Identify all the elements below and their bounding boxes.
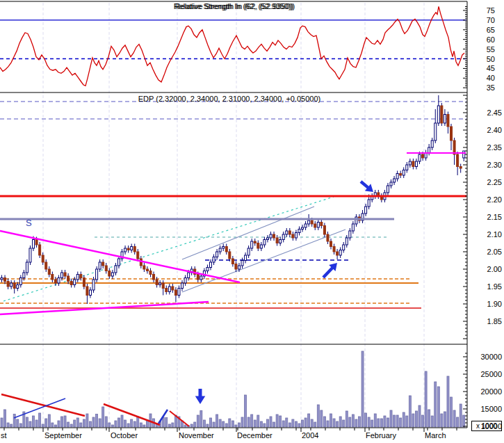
candle <box>333 247 335 252</box>
volume-axis-label: 10000 <box>470 422 502 430</box>
volume-bar <box>96 414 98 428</box>
volume-bar <box>89 421 91 427</box>
volume-bar <box>54 425 56 427</box>
chart-canvas[interactable] <box>0 0 504 443</box>
candle <box>441 106 443 123</box>
volume-bar <box>140 423 142 427</box>
candle <box>54 280 56 283</box>
month-label: February <box>366 431 396 440</box>
volume-bar <box>400 418 402 427</box>
volume-bar <box>190 424 193 427</box>
candle <box>4 278 6 282</box>
candle <box>96 269 98 280</box>
price-axis-label: 2.15 <box>470 213 502 221</box>
volume-bar <box>247 417 250 427</box>
volume-bar <box>355 419 357 427</box>
volume-bar <box>115 421 117 427</box>
volume-bar <box>83 419 85 427</box>
volume-bar <box>444 412 446 427</box>
volume-bar <box>213 422 215 427</box>
s-annotation-label[interactable]: S <box>26 218 32 228</box>
volume-axis-label: 30000 <box>470 353 502 361</box>
volume-bar <box>216 414 218 427</box>
volume-bar <box>58 421 60 427</box>
candle <box>216 252 218 257</box>
volume-bar <box>327 421 329 427</box>
candle <box>222 247 225 249</box>
rsi-line <box>0 6 464 86</box>
down-right-arrow[interactable] <box>360 180 373 192</box>
candle <box>48 269 50 275</box>
candle <box>400 174 402 176</box>
candle <box>168 287 170 292</box>
volume-bar <box>425 371 427 427</box>
candle <box>346 238 348 245</box>
volume-bar <box>238 423 240 427</box>
rsi-axis-label: 70 <box>470 16 495 24</box>
volume-bar <box>403 412 405 427</box>
volume-bar <box>10 424 13 427</box>
candle <box>219 248 221 252</box>
candle <box>365 207 367 214</box>
candle <box>115 266 117 273</box>
candle <box>39 245 41 255</box>
volume-bar <box>390 410 392 427</box>
volume-bar <box>295 421 297 427</box>
volume-bar <box>184 425 186 427</box>
volume-bar <box>19 424 22 427</box>
candle <box>352 224 354 231</box>
candle <box>422 154 424 158</box>
volume-bar <box>314 422 316 427</box>
rsi-title-text-overlap: Relative Strength In (62, (52.9350)) <box>175 2 295 10</box>
candle <box>349 231 351 238</box>
volume-bar <box>67 422 70 427</box>
volume-bar <box>270 417 272 427</box>
volume-bar <box>42 424 44 427</box>
volume-bar <box>13 414 15 428</box>
price-axis-label: 2.30 <box>470 161 502 169</box>
volume-bar <box>317 405 319 427</box>
candle <box>178 289 180 296</box>
volume-bar <box>33 416 35 427</box>
candle <box>412 161 414 167</box>
candle <box>89 290 91 296</box>
volume-bar <box>229 419 231 427</box>
price-pane-title: EDP (2.32000, 2.34000, 2.31000, 2.34000,… <box>0 95 459 103</box>
volume-bar <box>428 410 430 427</box>
cyan-dashed-trendline[interactable] <box>3 197 334 301</box>
volume-bar <box>235 425 237 427</box>
candle <box>320 223 323 226</box>
candle <box>67 276 70 282</box>
candle <box>276 238 278 243</box>
month-label: September <box>44 431 82 440</box>
price-axis-label: 2.25 <box>470 178 502 186</box>
candle <box>292 234 294 238</box>
volume-bar <box>254 420 256 427</box>
candle <box>13 283 15 289</box>
candle <box>153 275 155 280</box>
volume-bar <box>131 419 133 427</box>
volume-bar <box>241 417 243 427</box>
up-right-arrow[interactable] <box>322 263 337 279</box>
candle <box>260 245 262 248</box>
volume-bar <box>311 419 313 427</box>
magenta-down-trendline[interactable] <box>0 231 240 282</box>
candle <box>428 147 430 153</box>
candle <box>45 262 47 269</box>
candle <box>447 115 449 127</box>
candle <box>156 280 158 285</box>
down-arrow[interactable] <box>195 389 206 404</box>
candle <box>393 179 396 182</box>
candle <box>1 278 3 280</box>
volume-bar <box>415 411 417 427</box>
candle <box>235 264 237 270</box>
volume-bar <box>48 414 50 427</box>
candle <box>80 275 82 278</box>
candle <box>99 262 101 269</box>
rsi-axis-label: 75 <box>470 6 495 15</box>
volume-bar <box>133 421 136 427</box>
candle <box>35 240 38 245</box>
candle <box>390 182 392 186</box>
candle <box>241 261 243 266</box>
candle <box>74 280 76 285</box>
